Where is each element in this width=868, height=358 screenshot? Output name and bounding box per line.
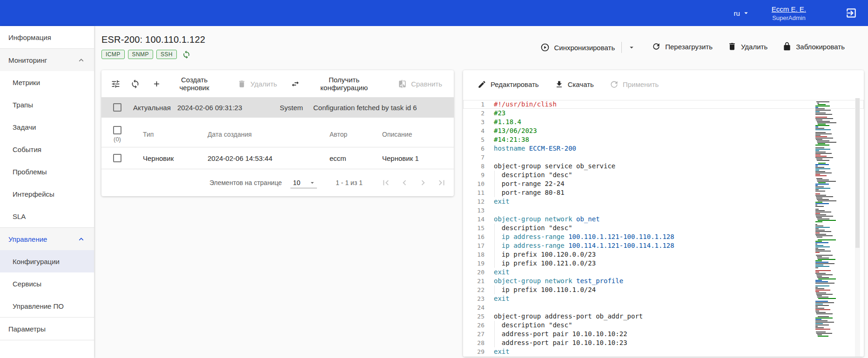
compare-icon bbox=[398, 80, 407, 88]
chevron-up-icon bbox=[77, 235, 86, 244]
per-page-select[interactable]: 10 bbox=[290, 178, 317, 188]
actual-configuration-row[interactable]: Актуальная 2024-02-06 09:31:23 System Co… bbox=[101, 97, 454, 118]
code-text: #14:21:38 bbox=[494, 135, 529, 144]
code-line[interactable]: 7 bbox=[463, 153, 864, 162]
code-line[interactable]: 4#13/06/2023 bbox=[463, 126, 864, 135]
reboot-button[interactable]: Перезагрузить bbox=[652, 42, 713, 51]
edit-button[interactable]: Редактировать bbox=[470, 75, 547, 93]
code-line[interactable]: 23exit bbox=[463, 294, 864, 303]
code-line[interactable]: 9 description "desc" bbox=[463, 171, 864, 179]
sidebar-item-services[interactable]: Сервисы bbox=[0, 272, 94, 295]
language-selector[interactable]: ru bbox=[733, 9, 750, 17]
sidebar-item-events[interactable]: События bbox=[0, 138, 94, 160]
pencil-icon bbox=[478, 80, 486, 89]
code-line[interactable]: 14object-group network ob_net bbox=[463, 215, 864, 224]
selected-count: (0) bbox=[114, 136, 121, 143]
code-line[interactable]: 5#14:21:38 bbox=[463, 135, 864, 144]
code-line[interactable]: 25object-group address-port ob_addr_port bbox=[463, 312, 864, 321]
synchronize-button[interactable]: Синхронизировать bbox=[540, 43, 615, 52]
code-line[interactable]: 28 address-port pair 10.10.10.10:23 bbox=[463, 338, 864, 347]
sidebar-item-configurations[interactable]: Конфигурации bbox=[0, 250, 94, 272]
minimap[interactable] bbox=[815, 100, 837, 337]
code-line[interactable]: 20exit bbox=[463, 268, 864, 277]
column-header-description[interactable]: Описание bbox=[372, 131, 454, 138]
logout-button[interactable] bbox=[845, 7, 857, 19]
chevron-up-icon bbox=[77, 56, 86, 65]
fetch-config-button[interactable]: Получить конфигурацию bbox=[284, 74, 391, 93]
sidebar-item-metrics[interactable]: Метрики bbox=[0, 71, 94, 93]
code-line[interactable]: 12exit bbox=[463, 197, 864, 206]
sidebar-item-problems[interactable]: Проблемы bbox=[0, 160, 94, 183]
configuration-viewer: Редактировать Скачать Применить 1#!/usr/… bbox=[463, 70, 864, 357]
sidebar-item-sla[interactable]: SLA bbox=[0, 205, 94, 227]
cell-date: 2024-02-06 14:53:44 bbox=[198, 154, 320, 162]
code-line[interactable]: 27 address-port pair 10.10.10.10:22 bbox=[463, 330, 864, 338]
status-badge-icmp: ICMP bbox=[101, 50, 125, 59]
user-name-link[interactable]: Eccm E. E. bbox=[772, 5, 806, 13]
sidebar-item-information[interactable]: Информация bbox=[0, 26, 94, 48]
line-number: 29 bbox=[463, 347, 484, 356]
status-refresh-icon[interactable] bbox=[182, 50, 191, 59]
lock-device-button[interactable]: Заблокировать bbox=[782, 42, 845, 51]
trash-icon bbox=[237, 80, 246, 88]
app-root: ru Eccm E. E. SuperAdmin ИнформацияМонит… bbox=[0, 0, 868, 358]
code-line[interactable]: 15 description "desc" bbox=[463, 224, 864, 232]
swap-arrows-icon bbox=[291, 80, 300, 88]
user-menu[interactable]: Eccm E. E. SuperAdmin bbox=[772, 5, 806, 21]
sidebar-item-tasks[interactable]: Задачи bbox=[0, 116, 94, 138]
code-line[interactable]: 26 description "desc" bbox=[463, 321, 864, 330]
scrollbar-thumb[interactable] bbox=[855, 98, 860, 248]
code-text: object-group network ob_net bbox=[494, 215, 600, 224]
chevron-left-icon bbox=[399, 178, 410, 188]
column-header-type[interactable]: Тип bbox=[133, 131, 198, 138]
protocol-badges: ICMPSNMPSSH bbox=[101, 50, 177, 59]
first-page-button bbox=[377, 173, 395, 192]
line-number: 21 bbox=[463, 277, 484, 285]
table-row[interactable]: Черновик2024-02-06 14:53:44eccmЧерновик … bbox=[101, 147, 454, 169]
sidebar-item-interfaces[interactable]: Интерфейсы bbox=[0, 183, 94, 205]
delete-device-button[interactable]: Удалить bbox=[727, 42, 767, 51]
code-text: address-port pair 10.10.10.10:23 bbox=[494, 338, 627, 347]
code-line[interactable]: 17 ip address-range 100.114.1.121-100.11… bbox=[463, 241, 864, 250]
configurations-toolbar: Создать черновик Удалить Получить конфиг… bbox=[101, 70, 454, 97]
code-line[interactable]: 10 port-range 22-24 bbox=[463, 179, 864, 188]
code-line[interactable]: 11 port-range 80-81 bbox=[463, 188, 864, 197]
code-line[interactable]: 19 ip prefix 100.121.0.0/23 bbox=[463, 259, 864, 268]
code-line[interactable]: 18 ip prefix 100.120.0.0/23 bbox=[463, 250, 864, 259]
checkbox[interactable] bbox=[113, 154, 121, 162]
sync-icon bbox=[540, 43, 550, 52]
code-line[interactable]: 24 bbox=[463, 303, 864, 312]
code-text: address-port pair 10.10.10.10:22 bbox=[494, 330, 627, 338]
sidebar-item-traps[interactable]: Трапы bbox=[0, 93, 94, 116]
code-line[interactable]: 6hostname ECCM-ESR-200 bbox=[463, 144, 864, 153]
code-line[interactable]: 1#!/usr/bin/clish bbox=[463, 100, 864, 109]
checkbox[interactable] bbox=[113, 103, 121, 112]
download-button[interactable]: Скачать bbox=[547, 75, 602, 93]
device-status-row: ICMPSNMPSSH bbox=[101, 50, 205, 59]
refresh-list-button[interactable] bbox=[126, 74, 145, 93]
sidebar-item-parameters[interactable]: Параметры bbox=[0, 318, 94, 340]
filter-button[interactable] bbox=[106, 74, 126, 93]
sidebar-item-software[interactable]: Управление ПО bbox=[0, 295, 94, 317]
editor-scrollbar[interactable] bbox=[855, 98, 860, 357]
sidebar-group-management[interactable]: Управление bbox=[0, 228, 94, 250]
code-line[interactable]: 13 bbox=[463, 206, 864, 215]
code-line[interactable]: 2#23 bbox=[463, 109, 864, 118]
code-line[interactable]: 21object-group network test_profile bbox=[463, 277, 864, 285]
code-line[interactable]: 16 ip address-range 100.110.1.121-100.11… bbox=[463, 232, 864, 241]
fetch-config-label: Получить конфигурацию bbox=[304, 76, 384, 92]
synchronize-dropdown-button[interactable] bbox=[621, 42, 637, 53]
code-line[interactable]: 22 ip prefix 100.110.1.0/24 bbox=[463, 285, 864, 294]
apply-button: Применить bbox=[602, 75, 667, 93]
chevron-down-icon bbox=[742, 9, 750, 17]
code-editor[interactable]: 1#!/usr/bin/clish2#233#1.18.44#13/06/202… bbox=[463, 98, 864, 357]
column-header-author[interactable]: Автор bbox=[320, 131, 372, 138]
code-line[interactable]: 3#1.18.4 bbox=[463, 118, 864, 126]
sidebar-group-monitoring[interactable]: Мониторинг bbox=[0, 49, 94, 71]
column-header-date[interactable]: Дата создания bbox=[198, 131, 320, 138]
code-line[interactable]: 29exit bbox=[463, 347, 864, 356]
create-draft-button[interactable]: Создать черновик bbox=[145, 74, 230, 93]
select-all-checkbox[interactable] bbox=[113, 126, 121, 134]
code-line[interactable]: 8object-group service ob_service bbox=[463, 162, 864, 171]
device-actions: Синхронизировать Перезагрузить Удалить bbox=[540, 34, 845, 59]
